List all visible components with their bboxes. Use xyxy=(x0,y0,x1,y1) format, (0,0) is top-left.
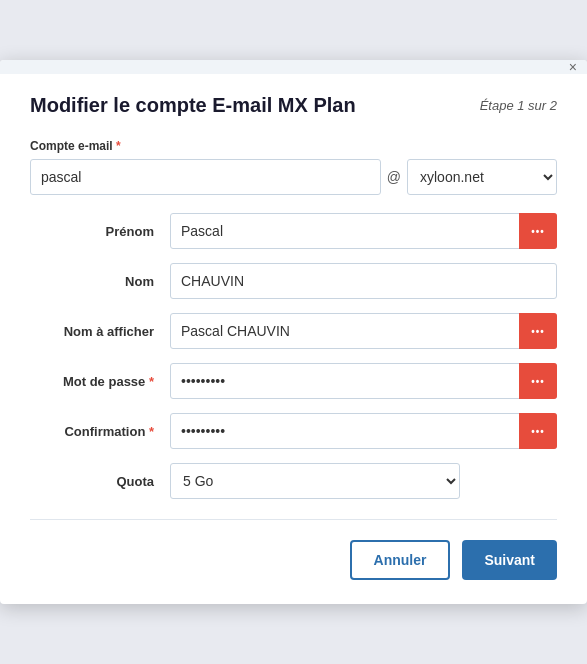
mdp-input-wrapper: ••• xyxy=(170,363,557,399)
nom-afficher-row: Nom à afficher ••• xyxy=(30,313,557,349)
modal-body: Modifier le compte E-mail MX Plan Étape … xyxy=(0,74,587,604)
confirmation-label: Confirmation * xyxy=(30,424,170,439)
confirmation-row: Confirmation * ••• xyxy=(30,413,557,449)
quota-input-wrapper: 5 Go 10 Go 25 Go xyxy=(170,463,557,499)
email-row: @ xyloon.net xyxy=(30,159,557,195)
confirmation-toggle-button[interactable]: ••• xyxy=(519,413,557,449)
quota-label: Quota xyxy=(30,474,170,489)
quota-row: Quota 5 Go 10 Go 25 Go xyxy=(30,463,557,499)
dots-icon: ••• xyxy=(531,226,545,237)
nom-input[interactable] xyxy=(170,263,557,299)
dots-icon-2: ••• xyxy=(531,326,545,337)
nom-row: Nom xyxy=(30,263,557,299)
nom-afficher-label: Nom à afficher xyxy=(30,324,170,339)
footer-buttons: Annuler Suivant xyxy=(30,540,557,580)
dots-icon-3: ••• xyxy=(531,376,545,387)
mdp-label: Mot de passe * xyxy=(30,374,170,389)
nom-input-wrapper xyxy=(170,263,557,299)
prenom-toggle-button[interactable]: ••• xyxy=(519,213,557,249)
mdp-row: Mot de passe * ••• xyxy=(30,363,557,399)
prenom-label: Prénom xyxy=(30,224,170,239)
step-indicator: Étape 1 sur 2 xyxy=(480,98,557,113)
domain-select[interactable]: xyloon.net xyxy=(407,159,557,195)
modal-header: Modifier le compte E-mail MX Plan Étape … xyxy=(30,94,557,117)
form-section: Compte e-mail * @ xyloon.net Prénom ••• xyxy=(30,139,557,499)
suivant-button[interactable]: Suivant xyxy=(462,540,557,580)
nom-afficher-input[interactable] xyxy=(170,313,557,349)
confirmation-input-wrapper: ••• xyxy=(170,413,557,449)
quota-select[interactable]: 5 Go 10 Go 25 Go xyxy=(170,463,460,499)
divider xyxy=(30,519,557,520)
nom-afficher-input-wrapper: ••• xyxy=(170,313,557,349)
close-button[interactable]: × xyxy=(567,60,579,74)
email-label: Compte e-mail * xyxy=(30,139,557,153)
confirmation-input[interactable] xyxy=(170,413,557,449)
nom-afficher-toggle-button[interactable]: ••• xyxy=(519,313,557,349)
prenom-input-wrapper: ••• xyxy=(170,213,557,249)
prenom-input[interactable] xyxy=(170,213,557,249)
prenom-row: Prénom ••• xyxy=(30,213,557,249)
modal-container: × Modifier le compte E-mail MX Plan Étap… xyxy=(0,60,587,604)
nom-label: Nom xyxy=(30,274,170,289)
dots-icon-4: ••• xyxy=(531,426,545,437)
at-symbol: @ xyxy=(387,169,401,185)
modal-top-bar: × xyxy=(0,60,587,74)
mdp-toggle-button[interactable]: ••• xyxy=(519,363,557,399)
email-local-input[interactable] xyxy=(30,159,381,195)
modal-title: Modifier le compte E-mail MX Plan xyxy=(30,94,356,117)
email-field-group: Compte e-mail * @ xyloon.net xyxy=(30,139,557,195)
annuler-button[interactable]: Annuler xyxy=(350,540,451,580)
mdp-input[interactable] xyxy=(170,363,557,399)
